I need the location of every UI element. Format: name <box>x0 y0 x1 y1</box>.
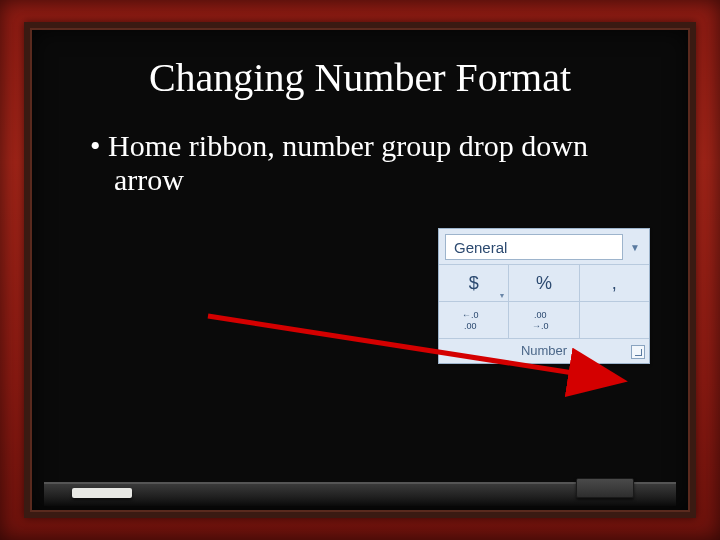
bullet-text-line1: Home ribbon, number group drop down <box>108 129 588 162</box>
increase-decimal-icon: ←.0 .00 <box>460 308 488 332</box>
svg-text:←.0: ←.0 <box>462 310 479 320</box>
comma-icon: , <box>612 273 617 294</box>
chevron-down-icon: ▼ <box>498 292 505 299</box>
bullet-item: Home ribbon, number group drop down arro… <box>90 129 656 197</box>
number-format-select[interactable]: General <box>445 234 623 260</box>
number-format-value: General <box>454 239 507 256</box>
eraser-icon <box>576 478 634 498</box>
currency-button[interactable]: $ ▼ <box>439 265 508 301</box>
percent-button[interactable]: % <box>508 265 578 301</box>
chalk-icon <box>72 488 132 498</box>
bullet-text-line2: arrow <box>90 163 656 197</box>
ribbon-number-group: General ▼ $ ▼ % , ←.0 <box>438 228 650 364</box>
decimal-buttons-row: ←.0 .00 .00 →.0 <box>439 302 649 339</box>
comma-style-button[interactable]: , <box>579 265 649 301</box>
chevron-down-icon[interactable]: ▼ <box>627 234 643 260</box>
svg-text:.00: .00 <box>534 310 547 320</box>
decrease-decimal-icon: .00 →.0 <box>530 308 558 332</box>
group-label-row: Number <box>439 339 649 363</box>
slide-title: Changing Number Format <box>64 54 656 101</box>
spacer <box>579 302 649 338</box>
chalkboard: Changing Number Format Home ribbon, numb… <box>24 22 696 518</box>
percent-icon: % <box>536 273 552 294</box>
dialog-launcher-button[interactable] <box>631 345 645 359</box>
bullet-list: Home ribbon, number group drop down arro… <box>64 129 656 197</box>
decrease-decimal-button[interactable]: .00 →.0 <box>508 302 578 338</box>
svg-text:→.0: →.0 <box>532 321 549 331</box>
format-select-row: General ▼ <box>439 229 649 264</box>
format-buttons-row: $ ▼ % , <box>439 264 649 302</box>
dollar-icon: $ <box>469 273 479 294</box>
group-label: Number <box>521 343 567 358</box>
increase-decimal-button[interactable]: ←.0 .00 <box>439 302 508 338</box>
slide-frame: Changing Number Format Home ribbon, numb… <box>0 0 720 540</box>
svg-text:.00: .00 <box>464 321 477 331</box>
